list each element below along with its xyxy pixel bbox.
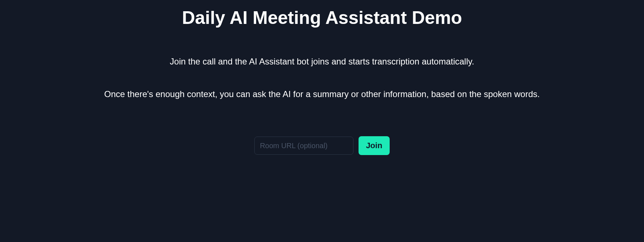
room-url-input[interactable]	[254, 137, 353, 155]
join-button[interactable]: Join	[359, 136, 389, 155]
description-line-2: Once there's enough context, you can ask…	[104, 89, 540, 99]
description-line-1: Join the call and the AI Assistant bot j…	[170, 57, 474, 67]
join-form: Join	[254, 136, 389, 155]
page-title: Daily AI Meeting Assistant Demo	[182, 7, 462, 28]
